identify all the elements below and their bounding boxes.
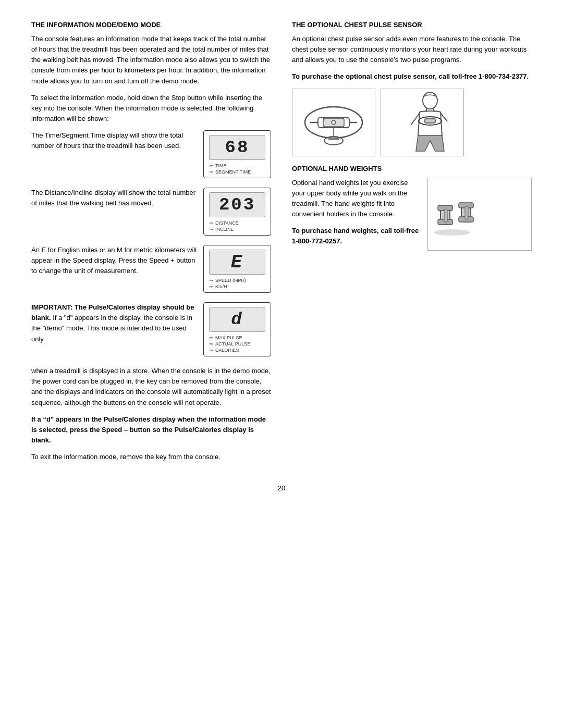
display1-labels: TIME SEGMENT TIME [209,163,265,175]
display3-label-kmh: Km/H [209,284,265,289]
right-section-title: THE OPTIONAL CHEST PULSE SENSOR [292,21,532,29]
right-para1: An optional chest pulse sensor adds even… [292,34,532,65]
svg-rect-23 [465,206,468,219]
display3-image: E SPEED (MPH) Km/H [203,245,271,293]
right-para2-bold: To purchase the optional chest pulse sen… [292,72,529,80]
hand-bold-text: To purchase hand weights, call toll-free… [292,227,419,245]
display4-image: d MAX PULSE ACTUAL PULSE CALORIES [203,302,271,356]
bold-notice: If a “d” appears in the Pulse/Calories d… [31,414,271,446]
optional-hand-section: Optional hand weights let you exercise y… [292,178,532,253]
svg-line-12 [411,113,420,125]
svg-point-24 [434,229,470,236]
display1-screen: 68 [209,135,265,160]
display2-label-incline: INCLINE [209,227,265,232]
display2-image: 203 DISTANCE INCLINE [203,188,271,236]
left-section-title: THE INFORMATION MODE/DEMO MODE [31,21,271,29]
hand-bold: To purchase hand weights, call toll-free… [292,226,419,246]
display4-label-actualpulse: ACTUAL PULSE [209,341,265,347]
optional-hand-text: Optional hand weights let you exercise y… [292,178,419,253]
display-block-distance: The Distance/Incline display will show t… [31,188,271,236]
right-column: THE OPTIONAL CHEST PULSE SENSOR An optio… [292,21,532,468]
left-para2: To select the information mode, hold dow… [31,93,271,124]
display-block-time: The Time/Segment Time display will show … [31,130,271,178]
optional-hand-title: OPTIONAL HAND WEIGHTS [292,165,532,172]
demo-para: when a treadmill is displayed in a store… [31,366,271,408]
chest-sensor-svg-right [386,91,459,154]
display1-label-segtime: SEGMENT TIME [209,169,265,175]
left-para1: The console features an information mode… [31,34,271,87]
display2-labels: DISTANCE INCLINE [209,220,265,232]
hand-para1: Optional hand weights let you exercise y… [292,178,419,220]
chest-sensor-image-right [381,89,464,156]
display4-label-calories: CALORIES [209,348,265,353]
exit-para: To exit the information mode, remove the… [31,452,271,462]
left-column: THE INFORMATION MODE/DEMO MODE The conso… [31,21,271,468]
display4-text: IMPORTANT: The Pulse/Calories display sh… [31,302,203,344]
display3-text: An E for English miles or an M for metri… [31,245,203,276]
display2-screen: 203 [209,192,265,217]
bold-notice-text: If a “d” appears in the Pulse/Calories d… [31,415,266,444]
svg-rect-19 [444,209,447,222]
right-para2: To purchase the optional chest pulse sen… [292,71,532,82]
display3-labels: SPEED (MPH) Km/H [209,278,265,289]
svg-rect-4 [323,118,344,127]
display1-image: 68 TIME SEGMENT TIME [203,130,271,178]
page-number: 20 [31,484,532,492]
display4-labels: MAX PULSE ACTUAL PULSE CALORIES [209,335,265,353]
display4-screen: d [209,307,265,332]
display2-label-distance: DISTANCE [209,220,265,226]
hand-weights-image [427,178,532,251]
display1-text: The Time/Segment Time display will show … [31,130,203,151]
display3-screen: E [209,250,265,275]
chest-sensor-image-left [292,89,375,156]
display2-text: The Distance/Incline display will show t… [31,188,203,208]
hand-weights-svg [433,180,527,248]
chest-sensor-svg-left [297,94,370,151]
display3-label-speed: SPEED (MPH) [209,278,265,283]
display1-label-time: TIME [209,163,265,168]
display-block-pulse: IMPORTANT: The Pulse/Calories display sh… [31,302,271,356]
display4-label-maxpulse: MAX PULSE [209,335,265,340]
chest-sensor-images [292,89,532,156]
svg-rect-15 [425,119,435,123]
important-label: IMPORTANT: The Pulse/Calories display sh… [31,303,194,322]
display-block-speed: An E for English miles or an M for metri… [31,245,271,293]
